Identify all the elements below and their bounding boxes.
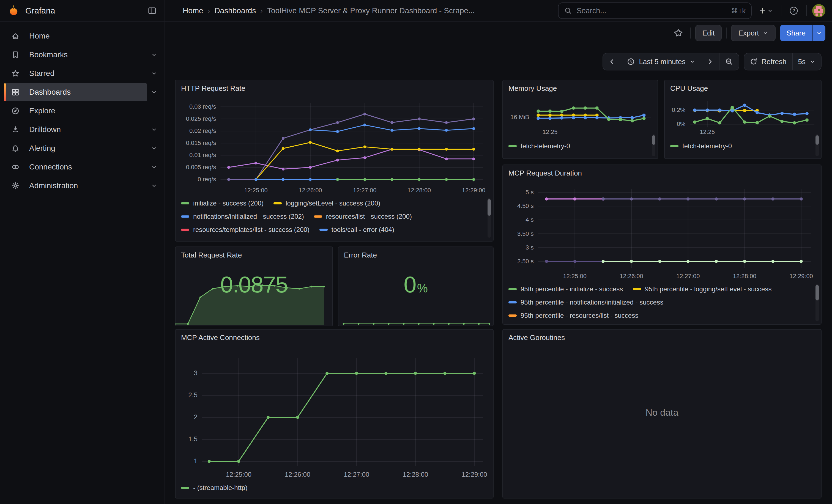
- panel-title[interactable]: Total Request Rate: [176, 247, 332, 262]
- chevron-down-icon[interactable]: [147, 89, 161, 96]
- sidebar-item-label: Explore: [29, 106, 55, 115]
- panel-mcp-request-duration: MCP Request Duration 2.50 s3 s3.50 s4 s4…: [502, 164, 822, 325]
- legend-item[interactable]: notifications/initialized - success (202…: [181, 213, 304, 220]
- mcp-request-duration-chart[interactable]: 2.50 s3 s3.50 s4 s4.50 s5 s12:25:0012:26…: [503, 180, 821, 283]
- share-button[interactable]: Share: [780, 25, 812, 41]
- memory-usage-legend: fetch-telemetry-0: [503, 139, 657, 156]
- time-shift-forward-button[interactable]: [701, 53, 719, 70]
- svg-text:2.5: 2.5: [188, 391, 198, 399]
- legend-item[interactable]: unknown - success (200): [369, 239, 454, 240]
- sidebar-item-connections[interactable]: Connections: [4, 158, 161, 176]
- legend-swatch: [181, 487, 189, 489]
- sidebar-item-label: Drilldown: [29, 125, 61, 134]
- legend-item[interactable]: 95th percentile - initialize - success: [509, 285, 623, 293]
- sidebar-item-label: Connections: [29, 163, 72, 171]
- legend-item[interactable]: tools/call - error (404): [319, 226, 394, 234]
- svg-text:0.015 req/s: 0.015 req/s: [186, 139, 216, 147]
- svg-text:3 s: 3 s: [525, 244, 534, 251]
- sidebar-item-alerting[interactable]: Alerting: [4, 139, 161, 157]
- legend-item[interactable]: 95th percentile - notifications/initiali…: [509, 298, 664, 306]
- breadcrumb-dashboards[interactable]: Dashboards: [214, 6, 256, 15]
- legend-item[interactable]: fetch-telemetry-0: [670, 142, 732, 150]
- divider: [781, 5, 781, 16]
- panel-title[interactable]: MCP Request Duration: [503, 165, 821, 180]
- edit-button[interactable]: Edit: [695, 25, 722, 41]
- breadcrumb-home[interactable]: Home: [183, 6, 203, 15]
- search-placeholder: Search...: [577, 7, 727, 15]
- mcp-active-connections-chart[interactable]: 11.522.5312:25:0012:26:0012:27:0012:28:0…: [176, 345, 493, 481]
- legend-item[interactable]: tools/call - success (200): [181, 239, 266, 240]
- chevron-down-icon: [689, 59, 695, 65]
- time-shift-back-button[interactable]: [603, 53, 621, 70]
- panel-title[interactable]: MCP Active Connections: [176, 329, 493, 345]
- sidebar-item-starred[interactable]: Starred: [4, 64, 161, 82]
- export-button[interactable]: Export: [731, 25, 775, 41]
- refresh-button[interactable]: Refresh: [744, 53, 792, 70]
- cpu-usage-chart[interactable]: 0.2%0%12:25: [665, 96, 821, 138]
- http-request-rate-chart[interactable]: 0 req/s0.005 req/s0.01 req/s0.015 req/s0…: [176, 96, 493, 197]
- grafana-logo[interactable]: [8, 5, 20, 17]
- chevron-down-icon[interactable]: [147, 182, 161, 189]
- legend-swatch: [509, 314, 517, 317]
- add-button[interactable]: +: [757, 3, 775, 19]
- svg-text:12:28:00: 12:28:00: [402, 471, 428, 478]
- breadcrumb-separator: ›: [208, 7, 210, 15]
- legend-item[interactable]: logging/setLevel - success (200): [274, 200, 380, 207]
- time-range-picker[interactable]: Last 5 minutes: [621, 53, 701, 70]
- svg-text:12:25: 12:25: [700, 129, 715, 135]
- legend-item[interactable]: 95th percentile - resources/list - succe…: [509, 312, 638, 319]
- legend-scrollbar[interactable]: [488, 198, 491, 238]
- legend-item[interactable]: resources/list - success (200): [314, 213, 412, 220]
- memory-usage-chart[interactable]: 16 MiB12:25: [503, 96, 657, 138]
- legend-item[interactable]: initialize - success (200): [181, 200, 264, 207]
- svg-text:12:27:00: 12:27:00: [344, 471, 369, 478]
- chevron-right-icon: [707, 58, 713, 65]
- help-icon[interactable]: ?: [787, 4, 801, 18]
- legend-swatch: [670, 145, 678, 147]
- panel-total-request-rate: Total Request Rate 0.0875: [175, 246, 333, 326]
- sidebar-item-explore[interactable]: Explore: [4, 102, 161, 120]
- panel-title[interactable]: Active Goroutines: [503, 329, 821, 345]
- legend-item[interactable]: tools/list - success (200): [276, 239, 359, 240]
- divider: [690, 27, 691, 38]
- panel-title[interactable]: Memory Usage: [503, 80, 657, 96]
- sidebar-item-dashboards[interactable]: Dashboards: [4, 83, 161, 101]
- favorite-star-icon[interactable]: [672, 26, 686, 40]
- legend-item[interactable]: 95th percentile - logging/setLevel - suc…: [633, 285, 772, 293]
- avatar[interactable]: [812, 4, 825, 17]
- panel-title[interactable]: Error Rate: [338, 247, 493, 262]
- legend-item[interactable]: fetch-telemetry-0: [509, 142, 570, 150]
- dock-sidebar-icon[interactable]: [145, 4, 159, 18]
- legend-item[interactable]: resources/templates/list - success (200): [181, 226, 310, 234]
- svg-text:5 s: 5 s: [525, 189, 534, 195]
- sidebar-item-home[interactable]: Home: [4, 27, 161, 45]
- legend-swatch: [274, 202, 282, 205]
- divider: [726, 27, 727, 38]
- chevron-down-icon[interactable]: [147, 70, 161, 77]
- sidebar-item-administration[interactable]: Administration: [4, 177, 161, 195]
- sidebar-item-drilldown[interactable]: Drilldown: [4, 121, 161, 139]
- sidebar-item-label: Starred: [29, 69, 54, 78]
- chevron-down-icon[interactable]: [147, 164, 161, 170]
- legend-scrollbar[interactable]: [815, 134, 819, 156]
- svg-text:12:26:00: 12:26:00: [620, 273, 643, 280]
- legend-item[interactable]: - (streamable-http): [181, 484, 248, 492]
- svg-text:12:25:00: 12:25:00: [244, 187, 267, 194]
- panel-title[interactable]: CPU Usage: [665, 80, 821, 96]
- chevron-down-icon[interactable]: [147, 145, 161, 152]
- svg-text:0.2%: 0.2%: [672, 106, 686, 113]
- svg-text:2: 2: [194, 413, 197, 421]
- chevron-down-icon[interactable]: [147, 126, 161, 133]
- gear-icon: [11, 181, 20, 190]
- legend-scrollbar[interactable]: [815, 284, 819, 321]
- refresh-interval-picker[interactable]: 5s: [792, 53, 821, 70]
- legend-scrollbar[interactable]: [652, 134, 655, 156]
- zoom-out-icon[interactable]: [719, 53, 739, 70]
- sidebar: HomeBookmarksStarredDashboardsExploreDri…: [0, 22, 165, 504]
- sidebar-item-bookmarks[interactable]: Bookmarks: [4, 46, 161, 64]
- panel-title[interactable]: HTTP Request Rate: [176, 80, 493, 96]
- search-input[interactable]: Search... ⌘+k: [558, 2, 752, 19]
- share-dropdown-button[interactable]: [812, 25, 825, 41]
- chevron-down-icon[interactable]: [147, 51, 161, 58]
- svg-text:12:28:00: 12:28:00: [733, 273, 756, 280]
